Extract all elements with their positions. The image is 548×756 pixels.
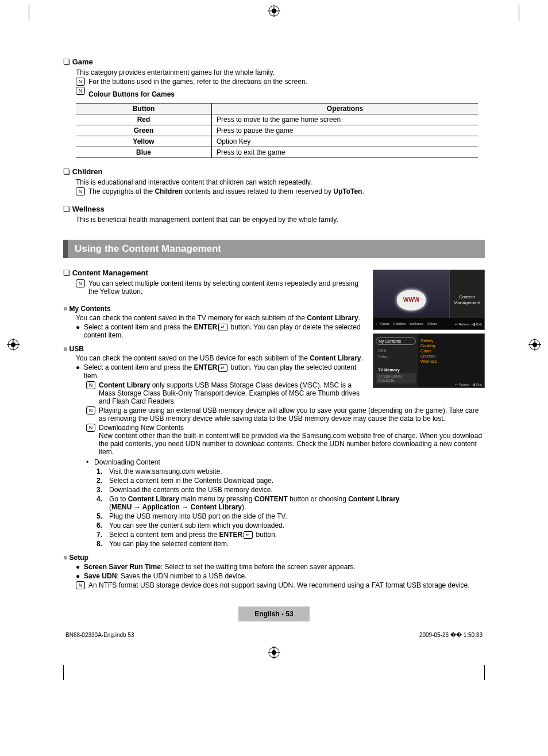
setup-note: An NTFS format USB storage device does n… (88, 581, 485, 589)
print-time: 2009-05-26 �� 1:50:33 (419, 632, 483, 638)
registration-mark-left (7, 339, 20, 353)
table-header-operations: Operations (212, 103, 478, 114)
table-row: GreenPress to pause the game (76, 125, 478, 136)
illustration-group: WWW Content Management ‹ Game Children W… (373, 270, 485, 388)
manual-page: Game This category provides entertainmen… (0, 0, 548, 692)
heading-game: Game (63, 57, 485, 66)
print-info-line: BN68-02330A-Eng.indb 53 2009-05-26 �� 1:… (63, 632, 485, 638)
note-icon: N (76, 87, 85, 95)
www-icon: WWW (397, 290, 426, 310)
section-wellness: Wellness This is beneficial health manag… (63, 205, 485, 224)
registration-mark-top (268, 5, 280, 17)
note-icon: N (86, 406, 95, 415)
children-desc: This is educational and interactive cont… (76, 178, 485, 186)
note-icon: N (76, 187, 85, 195)
usb-bullet: Select a content item and press the ENTE… (84, 363, 365, 379)
screenshot-my-contents: My Contents USB Setup TV Memory 17/189.0… (373, 333, 485, 388)
downloading-content-title: Downloading Content (94, 458, 485, 466)
note-icon: N (76, 581, 85, 589)
game-subhead: Colour Buttons for Games (88, 90, 485, 98)
step-5: Plug the USB memory into USB port on the… (109, 512, 485, 520)
table-header-button: Button (76, 103, 212, 114)
usb-note-2: Playing a game using an external USB mem… (99, 406, 485, 423)
step-6: You can see the content sub item which y… (109, 521, 485, 529)
setup-line-1: Screen Saver Run Time: Select to set the… (84, 563, 485, 571)
game-note-1: For the buttons used in the games, refer… (88, 78, 485, 86)
page-content: Game This category provides entertainmen… (34, 23, 514, 644)
note-icon: N (86, 381, 95, 389)
cm-note: You can select multiple content items by… (88, 279, 365, 296)
note-icon: N (86, 424, 95, 432)
enter-icon: ↵ (218, 364, 227, 372)
crop-marks-bottom (34, 663, 514, 680)
wellness-desc: This is beneficial health management con… (76, 216, 485, 224)
table-row: YellowOption Key (76, 136, 478, 147)
section-children: Children This is educational and interac… (63, 167, 485, 195)
game-desc: This category provides entertainment gam… (76, 68, 485, 76)
setup-line-2: Save UDN: Saves the UDN number to a USB … (84, 572, 485, 580)
registration-mark-right (528, 339, 541, 353)
children-note: The copyrights of the Children contents … (88, 187, 485, 195)
section-bar-label: Using the Content Management (68, 240, 485, 258)
step-4: Go to Content Library main menu by press… (109, 495, 485, 511)
step-2: Select a content item in the Contents Do… (109, 477, 485, 485)
enter-icon: ↵ (218, 324, 227, 331)
step-7: Select a content item and press the ENTE… (109, 531, 485, 539)
section-setup: Setup ●Screen Saver Run Time: Select to … (63, 554, 485, 589)
section-bar-content-management: Using the Content Management (63, 240, 485, 258)
step-1: Visit the www.samsung.com website. (109, 467, 485, 475)
mycontents-bullet: Select a content item and press the ENTE… (84, 323, 365, 339)
crop-marks-top (0, 5, 548, 22)
registration-mark-bottom (34, 646, 514, 661)
step-8: You can play the selected content item. (109, 540, 485, 548)
usb-note-3: Downloading New Contents New content oth… (99, 424, 485, 456)
table-row: RedPress to move to the game home screen (76, 114, 478, 125)
colour-buttons-table: Button Operations RedPress to move to th… (76, 103, 478, 158)
screenshot-content-library: WWW Content Management ‹ Game Children W… (373, 270, 485, 330)
section-game: Game This category provides entertainmen… (63, 57, 485, 158)
table-row: BluePress to exit the game (76, 147, 478, 158)
heading-wellness: Wellness (63, 205, 485, 213)
print-file: BN68-02330A-Eng.indb 53 (65, 632, 134, 638)
enter-icon: ↵ (244, 531, 253, 539)
page-footer: English - 53 (63, 607, 485, 621)
note-icon: N (76, 78, 85, 86)
usb-note-1: Content Library only supports USB Mass S… (99, 381, 365, 405)
heading-setup: Setup (63, 554, 485, 562)
step-3: Download the contents onto the USB memor… (109, 486, 485, 494)
note-icon: N (76, 279, 85, 287)
page-number-pill: English - 53 (238, 607, 309, 621)
heading-children: Children (63, 167, 485, 176)
